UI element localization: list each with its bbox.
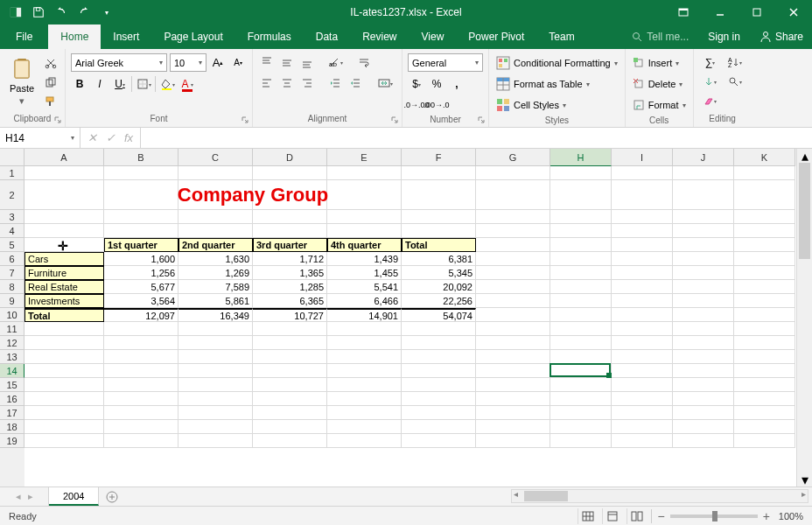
cell[interactable]: 6,381 <box>402 252 476 266</box>
cell[interactable] <box>253 392 327 406</box>
cell[interactable]: Real Estate <box>24 280 104 294</box>
col-header[interactable]: J <box>673 149 734 166</box>
cell[interactable] <box>24 238 104 252</box>
find-select-icon[interactable]: ▾ <box>724 73 746 90</box>
cell[interactable] <box>550 420 612 434</box>
cell[interactable] <box>327 322 402 336</box>
cell[interactable]: 6,365 <box>253 294 327 308</box>
cell[interactable] <box>253 224 327 238</box>
cell[interactable] <box>476 238 550 252</box>
cell[interactable] <box>24 322 104 336</box>
row-header[interactable]: 2 <box>0 180 24 210</box>
tab-page-layout[interactable]: Page Layout <box>151 24 234 49</box>
normal-view-icon[interactable] <box>578 508 597 524</box>
col-header[interactable]: D <box>253 149 327 166</box>
merge-center-button[interactable]: ▾ <box>374 74 396 92</box>
cell[interactable] <box>327 406 402 420</box>
cell[interactable] <box>24 210 104 224</box>
cell[interactable] <box>673 238 734 252</box>
cell[interactable] <box>24 406 104 420</box>
cell[interactable] <box>476 266 550 280</box>
cell[interactable] <box>612 350 673 364</box>
maximize-icon[interactable] <box>738 0 775 24</box>
format-cells-button[interactable]: Format▾ <box>631 95 688 115</box>
cell[interactable] <box>402 180 476 210</box>
cell[interactable] <box>476 252 550 266</box>
tab-review[interactable]: Review <box>350 24 409 49</box>
cell[interactable] <box>178 322 253 336</box>
cell[interactable] <box>402 392 476 406</box>
select-all-corner[interactable] <box>0 149 24 166</box>
cell[interactable] <box>476 392 550 406</box>
cell[interactable] <box>673 392 734 406</box>
name-box[interactable]: H14▾ <box>0 128 80 148</box>
cell[interactable] <box>253 420 327 434</box>
cell[interactable] <box>673 364 734 378</box>
col-header[interactable]: H <box>550 149 612 166</box>
cell[interactable] <box>178 420 253 434</box>
cell[interactable] <box>550 322 612 336</box>
tab-home[interactable]: Home <box>48 24 101 49</box>
cell[interactable]: 12,097 <box>104 308 178 322</box>
cell[interactable] <box>476 406 550 420</box>
cell[interactable] <box>612 252 673 266</box>
zoom-slider[interactable] <box>670 514 758 518</box>
cell[interactable] <box>734 378 795 392</box>
cell[interactable] <box>612 392 673 406</box>
cell[interactable] <box>734 364 795 378</box>
cell[interactable]: 1,269 <box>178 266 253 280</box>
fill-color-icon[interactable]: ▾ <box>158 75 176 93</box>
cell[interactable] <box>327 166 402 180</box>
col-header[interactable]: I <box>612 149 673 166</box>
cell[interactable] <box>476 364 550 378</box>
tab-view[interactable]: View <box>410 24 457 49</box>
cell[interactable] <box>253 322 327 336</box>
cell[interactable] <box>24 392 104 406</box>
zoom-level[interactable]: 100% <box>779 511 803 522</box>
cell[interactable] <box>402 420 476 434</box>
align-middle-icon[interactable] <box>278 53 296 71</box>
cell[interactable] <box>734 336 795 350</box>
cell[interactable] <box>104 336 178 350</box>
cell[interactable] <box>612 280 673 294</box>
cell[interactable] <box>550 280 612 294</box>
row-header[interactable]: 17 <box>0 406 24 420</box>
col-header[interactable]: F <box>402 149 476 166</box>
cell[interactable] <box>327 378 402 392</box>
cell[interactable] <box>476 224 550 238</box>
cell[interactable] <box>178 364 253 378</box>
increase-decimal-icon[interactable]: .0→.00 <box>408 96 425 114</box>
cell[interactable] <box>402 364 476 378</box>
cell[interactable] <box>178 336 253 350</box>
increase-font-icon[interactable]: A▴ <box>209 54 227 72</box>
cell[interactable] <box>476 434 550 448</box>
cell[interactable] <box>550 336 612 350</box>
cell[interactable] <box>253 166 327 180</box>
cell[interactable] <box>253 350 327 364</box>
row-header[interactable]: 9 <box>0 294 24 308</box>
row-header[interactable]: 5 <box>0 238 24 252</box>
cell[interactable] <box>253 434 327 448</box>
cell[interactable] <box>327 364 402 378</box>
cell[interactable] <box>734 406 795 420</box>
close-icon[interactable] <box>775 0 812 24</box>
cell[interactable]: 2nd quarter <box>178 238 253 252</box>
cell[interactable]: 20,092 <box>402 280 476 294</box>
formula-input[interactable] <box>141 128 812 148</box>
cell[interactable]: 22,256 <box>402 294 476 308</box>
cell[interactable] <box>612 166 673 180</box>
cell[interactable] <box>402 350 476 364</box>
cell[interactable] <box>550 266 612 280</box>
scroll-down-icon[interactable]: ▾ <box>797 472 812 486</box>
cell[interactable] <box>178 210 253 224</box>
cell[interactable] <box>673 308 734 322</box>
cell[interactable]: 1,600 <box>104 252 178 266</box>
font-size-select[interactable]: 10▾ <box>170 53 206 72</box>
tab-formulas[interactable]: Formulas <box>235 24 304 49</box>
cell[interactable] <box>476 322 550 336</box>
cell-styles-button[interactable]: Cell Styles▾ <box>494 95 620 115</box>
sheet-nav[interactable]: ◂▸ <box>0 487 49 506</box>
vscroll-thumb[interactable] <box>799 163 810 259</box>
cell[interactable] <box>734 166 795 180</box>
cell[interactable] <box>104 210 178 224</box>
